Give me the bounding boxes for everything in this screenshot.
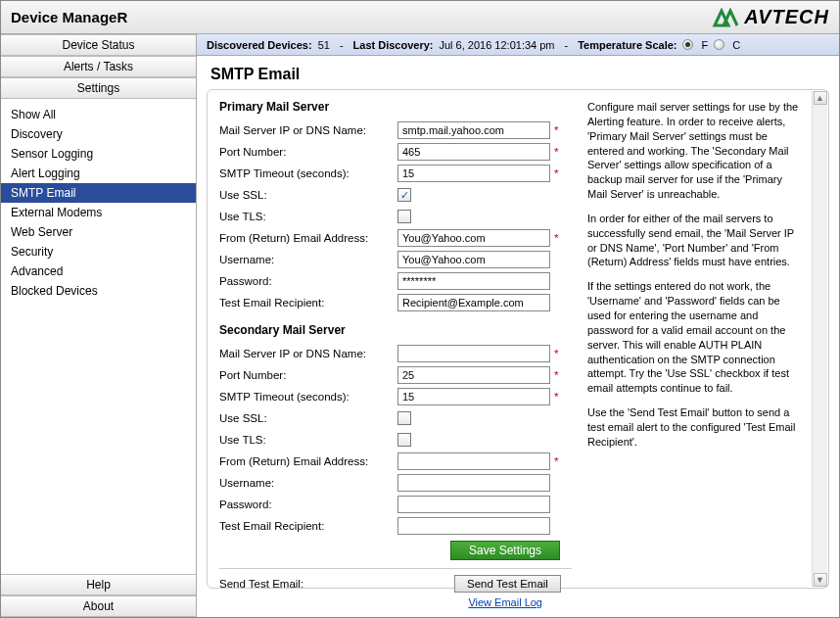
- secondary-timeout-label: SMTP Timeout (seconds):: [219, 391, 397, 403]
- primary-port-label: Port Number:: [219, 146, 397, 158]
- discovered-label: Discovered Devices:: [207, 39, 312, 51]
- secondary-port-label: Port Number:: [219, 369, 397, 381]
- required-marker: *: [554, 232, 562, 244]
- nav-about[interactable]: About: [1, 595, 196, 617]
- secondary-tls-checkbox[interactable]: [397, 433, 411, 447]
- primary-from-label: From (Return) Email Address:: [219, 232, 397, 244]
- scroll-down-icon[interactable]: ▼: [814, 573, 827, 587]
- secondary-password-label: Password:: [219, 499, 397, 510]
- help-paragraph: In order for either of the mail servers …: [587, 212, 799, 269]
- settings-panel: Primary Mail Server Mail Server IP or DN…: [207, 89, 829, 589]
- required-marker: *: [554, 124, 562, 136]
- nav-blocked-devices[interactable]: Blocked Devices: [1, 281, 196, 301]
- help-text: Configure mail server settings for use b…: [587, 100, 817, 582]
- temp-scale-f-radio[interactable]: [682, 39, 693, 50]
- avtech-logo-icon: [713, 8, 738, 27]
- page-title: SMTP Email: [210, 66, 825, 83]
- secondary-password-input[interactable]: [397, 496, 550, 513]
- required-marker: *: [554, 167, 562, 179]
- primary-tls-label: Use TLS:: [219, 211, 397, 222]
- nav-alert-logging[interactable]: Alert Logging: [1, 164, 196, 183]
- nav-web-server[interactable]: Web Server: [1, 222, 196, 242]
- primary-password-label: Password:: [219, 275, 397, 287]
- secondary-section-title: Secondary Mail Server: [219, 323, 572, 337]
- settings-nav-list: Show All Discovery Sensor Logging Alert …: [1, 99, 196, 574]
- help-paragraph: Configure mail server settings for use b…: [587, 100, 799, 202]
- primary-test-recipient-input[interactable]: [397, 294, 550, 311]
- primary-server-label: Mail Server IP or DNS Name:: [219, 124, 397, 136]
- required-marker: *: [554, 146, 562, 158]
- primary-server-input[interactable]: [397, 121, 550, 139]
- help-paragraph: If the settings entered do not work, the…: [587, 279, 799, 396]
- secondary-ssl-checkbox[interactable]: [397, 411, 411, 425]
- primary-ssl-label: Use SSL:: [219, 189, 397, 201]
- last-discovery-label: Last Discovery:: [353, 39, 434, 51]
- required-marker: *: [554, 391, 562, 403]
- help-paragraph: Use the 'Send Test Email' button to send…: [587, 405, 799, 450]
- nav-smtp-email[interactable]: SMTP Email: [1, 183, 196, 203]
- nav-help[interactable]: Help: [1, 574, 196, 595]
- send-test-email-label: Send Test Email:: [219, 578, 454, 590]
- send-test-email-button[interactable]: Send Test Email: [454, 575, 561, 593]
- tab-settings[interactable]: Settings: [1, 77, 196, 99]
- nav-security[interactable]: Security: [1, 242, 196, 261]
- secondary-ssl-label: Use SSL:: [219, 412, 397, 424]
- scrollbar[interactable]: ▲ ▼: [812, 91, 827, 587]
- primary-test-recipient-label: Test Email Recipient:: [219, 297, 397, 309]
- nav-discovery[interactable]: Discovery: [1, 124, 196, 144]
- primary-username-input[interactable]: [397, 251, 550, 268]
- secondary-port-input[interactable]: [397, 366, 550, 384]
- status-bar: Discovered Devices: 51 - Last Discovery:…: [197, 34, 839, 56]
- temp-scale-f: F: [701, 39, 708, 51]
- last-discovery-value: Jul 6, 2016 12:01:34 pm: [439, 39, 554, 51]
- secondary-test-recipient-label: Test Email Recipient:: [219, 520, 397, 532]
- secondary-test-recipient-input[interactable]: [397, 517, 550, 535]
- primary-tls-checkbox[interactable]: [397, 210, 411, 223]
- primary-from-input[interactable]: [397, 229, 550, 247]
- save-settings-button[interactable]: Save Settings: [450, 541, 560, 560]
- nav-external-modems[interactable]: External Modems: [1, 203, 196, 222]
- primary-username-label: Username:: [219, 254, 397, 265]
- secondary-from-input[interactable]: [397, 452, 550, 470]
- primary-timeout-input[interactable]: [397, 165, 550, 182]
- primary-password-input[interactable]: [397, 272, 550, 290]
- required-marker: *: [554, 455, 562, 467]
- view-email-log-link[interactable]: View Email Log: [219, 596, 572, 608]
- secondary-tls-label: Use TLS:: [219, 434, 397, 446]
- nav-advanced[interactable]: Advanced: [1, 261, 196, 281]
- divider: [219, 568, 572, 569]
- discovered-count: 51: [318, 39, 330, 51]
- tab-alerts-tasks[interactable]: Alerts / Tasks: [1, 56, 196, 77]
- primary-timeout-label: SMTP Timeout (seconds):: [219, 167, 397, 179]
- temp-scale-c-radio[interactable]: [714, 39, 724, 50]
- required-marker: *: [554, 348, 562, 359]
- secondary-server-label: Mail Server IP or DNS Name:: [219, 348, 397, 359]
- secondary-from-label: From (Return) Email Address:: [219, 455, 397, 467]
- temp-scale-c: C: [732, 39, 740, 51]
- secondary-timeout-input[interactable]: [397, 388, 550, 405]
- app-title: Device ManageR: [11, 9, 127, 25]
- nav-show-all[interactable]: Show All: [1, 105, 196, 124]
- secondary-server-input[interactable]: [397, 345, 550, 362]
- brand-logo: AVTECH: [713, 6, 829, 28]
- primary-section-title: Primary Mail Server: [219, 100, 572, 114]
- required-marker: *: [554, 369, 562, 381]
- tab-device-status[interactable]: Device Status: [1, 34, 196, 56]
- temp-scale-label: Temperature Scale:: [578, 39, 677, 51]
- primary-port-input[interactable]: [397, 143, 550, 161]
- secondary-username-input[interactable]: [397, 474, 550, 492]
- primary-ssl-checkbox[interactable]: ✓: [397, 188, 411, 202]
- nav-sensor-logging[interactable]: Sensor Logging: [1, 144, 196, 164]
- scroll-up-icon[interactable]: ▲: [814, 91, 827, 105]
- secondary-username-label: Username:: [219, 477, 397, 489]
